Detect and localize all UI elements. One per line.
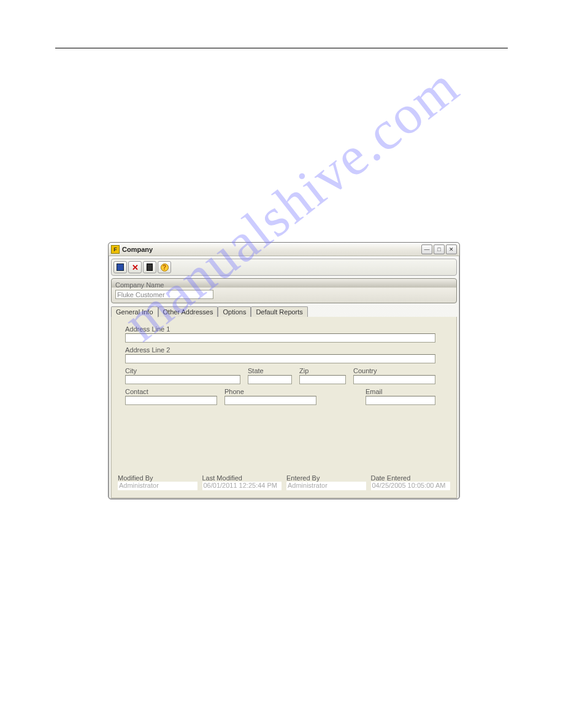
close-button[interactable]: ✕ [446, 245, 457, 254]
last-modified-value: 06/01/2011 12:25:44 PM [202, 482, 282, 490]
page-divider [55, 48, 508, 48]
company-name-panel: Company Name [111, 278, 457, 303]
city-label: City [125, 367, 240, 374]
country-label: Country [353, 367, 435, 374]
company-window: F Company — □ ✕ ✕ ? Company Name General… [108, 242, 460, 499]
company-name-label: Company Name [115, 281, 164, 289]
delete-button[interactable]: ✕ [128, 261, 142, 273]
entered-by-label: Entered By [286, 474, 366, 482]
tab-options[interactable]: Options [218, 306, 251, 317]
contact-input[interactable] [125, 396, 217, 405]
titlebar[interactable]: F Company — □ ✕ [109, 243, 459, 256]
help-icon: ? [161, 264, 169, 271]
modified-by-label: Modified By [118, 474, 197, 482]
phone-input[interactable] [224, 396, 316, 405]
email-input[interactable] [366, 396, 435, 405]
save-icon [117, 264, 124, 271]
last-modified-label: Last Modified [202, 474, 282, 482]
address1-input[interactable] [125, 333, 435, 343]
zip-input[interactable] [299, 375, 346, 384]
state-label: State [248, 367, 292, 374]
toolbar: ✕ ? [111, 259, 457, 276]
date-entered-label: Date Entered [371, 474, 451, 482]
delete-icon: ✕ [132, 263, 139, 272]
calculator-icon [147, 264, 153, 271]
state-input[interactable] [248, 375, 292, 384]
country-input[interactable] [353, 375, 435, 384]
tab-content: Address Line 1 Address Line 2 City State… [111, 317, 457, 498]
tab-default-reports[interactable]: Default Reports [251, 306, 307, 317]
contact-label: Contact [125, 388, 217, 395]
phone-label: Phone [224, 388, 316, 395]
zip-label: Zip [299, 367, 346, 374]
company-name-input[interactable] [115, 290, 213, 299]
help-button[interactable]: ? [158, 261, 171, 273]
audit-footer: Modified By Administrator Last Modified … [115, 474, 453, 490]
address1-label: Address Line 1 [125, 325, 445, 333]
entered-by-value: Administrator [286, 482, 366, 490]
date-entered-value: 04/25/2005 10:05:00 AM [371, 482, 451, 490]
maximize-button[interactable]: □ [434, 245, 445, 254]
city-input[interactable] [125, 375, 240, 384]
save-button[interactable] [113, 261, 127, 273]
address2-input[interactable] [125, 354, 435, 363]
window-title: Company [122, 246, 153, 253]
tab-other-addresses[interactable]: Other Addresses [158, 306, 218, 317]
minimize-button[interactable]: — [421, 245, 432, 254]
general-info-form: Address Line 1 Address Line 2 City State… [112, 317, 456, 405]
maximize-icon: □ [437, 246, 440, 252]
modified-by-value: Administrator [118, 482, 197, 490]
tab-general-info[interactable]: General Info [111, 306, 158, 317]
close-icon: ✕ [449, 246, 454, 252]
minimize-icon: — [424, 246, 430, 252]
app-icon: F [111, 245, 120, 254]
tabstrip: General Info Other Addresses Options Def… [111, 306, 457, 317]
address2-label: Address Line 2 [125, 346, 445, 354]
email-label: Email [366, 388, 435, 395]
calculator-button[interactable] [143, 261, 156, 273]
